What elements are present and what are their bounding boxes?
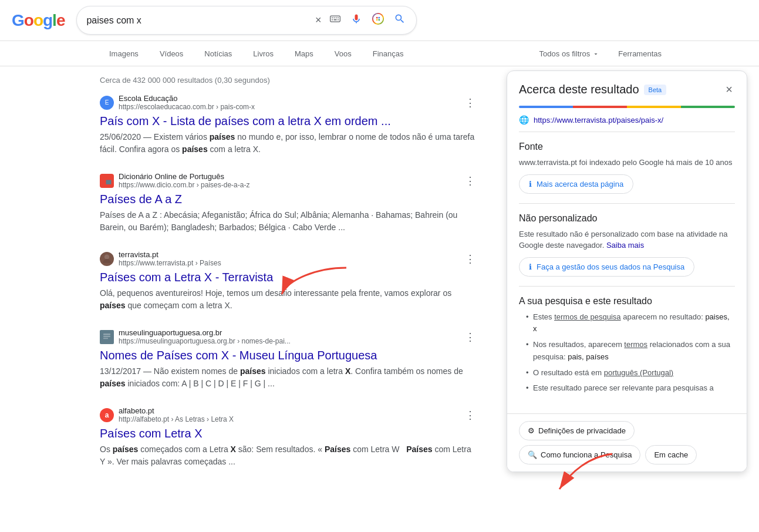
source-menu-icon[interactable]: ⋮ bbox=[465, 409, 475, 422]
panel-title: Acerca deste resultado bbox=[519, 83, 639, 96]
clear-button[interactable]: × bbox=[315, 14, 322, 26]
result-desc: Países de A a Z : Abecásia; Afeganistão;… bbox=[100, 209, 475, 234]
privacy-settings-button[interactable]: ⚙ Definições de privacidade bbox=[519, 421, 635, 440]
nao-personalizado-text: Este resultado não é personalizado com b… bbox=[519, 228, 735, 251]
source-url: https://museulinguaportuguesa.org.br › n… bbox=[119, 337, 291, 345]
source-info: Dicionário Online de Português https://w… bbox=[119, 172, 249, 189]
svg-rect-3 bbox=[336, 18, 337, 19]
svg-rect-18 bbox=[103, 336, 110, 337]
source-info: alfabeto.pt http://alfabeto.pt › As Letr… bbox=[119, 406, 234, 423]
svg-rect-4 bbox=[338, 18, 339, 19]
tab-books[interactable]: Livros bbox=[244, 43, 283, 66]
result-source: Dicionário Online de Português https://w… bbox=[100, 172, 475, 189]
source-menu-icon[interactable]: ⋮ bbox=[465, 331, 475, 344]
panel-header: Acerca deste resultado Beta × bbox=[507, 71, 747, 99]
privacy-label: Definições de privacidade bbox=[538, 426, 626, 435]
keyboard-icon[interactable] bbox=[328, 12, 342, 29]
source-menu-icon[interactable]: ⋮ bbox=[465, 96, 475, 109]
fonte-title: Fonte bbox=[519, 142, 735, 152]
result-title[interactable]: Nomes de Países com X - Museu Língua Por… bbox=[100, 348, 475, 363]
result-item: E Escola Educação https://escolaeducacao… bbox=[100, 94, 475, 156]
mais-acerca-button[interactable]: ℹ Mais acerca desta página bbox=[519, 174, 633, 194]
faca-gestao-button[interactable]: ℹ Faça a gestão dos seus dados na Pesqui… bbox=[519, 257, 694, 277]
cache-button[interactable]: Em cache bbox=[645, 445, 697, 464]
tab-images[interactable]: Imagens bbox=[100, 43, 148, 66]
tab-news[interactable]: Notícias bbox=[195, 43, 241, 66]
source-name: Dicionário Online de Português bbox=[119, 172, 249, 181]
source-name: terravista.pt bbox=[119, 250, 221, 259]
result-desc: Olá, pequenos aventureiros! Hoje, temos … bbox=[100, 287, 475, 312]
svg-point-10 bbox=[379, 17, 380, 19]
search-icon: 🔍 bbox=[528, 450, 537, 459]
termos-underline: termos bbox=[624, 340, 647, 349]
svg-rect-7 bbox=[338, 19, 339, 21]
svg-rect-5 bbox=[332, 19, 333, 21]
panel-footer: ⚙ Definições de privacidade 🔍 Como funci… bbox=[507, 413, 747, 472]
favicon-2 bbox=[100, 174, 114, 188]
portugues-underline: português (Portugal) bbox=[604, 368, 674, 377]
tab-videos[interactable]: Vídeos bbox=[150, 43, 193, 66]
results-count: Cerca de 432 000 000 resultados (0,30 se… bbox=[100, 76, 475, 85]
svg-rect-14 bbox=[106, 180, 112, 184]
google-logo[interactable]: Google bbox=[12, 11, 65, 30]
favicon-4 bbox=[100, 330, 114, 344]
panel-favicon-icon: 🌐 bbox=[519, 115, 529, 124]
svg-rect-17 bbox=[103, 334, 110, 335]
panel-body: 🌐 https://www.terravista.pt/paises/pais-… bbox=[507, 108, 747, 413]
svg-rect-1 bbox=[332, 18, 333, 19]
favicon-3 bbox=[100, 252, 114, 266]
search-tabs: Imagens Vídeos Notícias Livros Maps Voos… bbox=[0, 41, 759, 66]
svg-point-8 bbox=[373, 14, 383, 24]
svg-rect-2 bbox=[334, 18, 335, 19]
how-search-works-button[interactable]: 🔍 Como funciona a Pesquisa bbox=[519, 445, 640, 464]
result-title[interactable]: Países com Letra X bbox=[100, 426, 475, 441]
result-source: E Escola Educação https://escolaeducacao… bbox=[100, 94, 475, 111]
tab-tools[interactable]: Ferramentas bbox=[609, 43, 671, 66]
search-submit-icon[interactable] bbox=[393, 12, 407, 29]
svg-point-9 bbox=[376, 17, 378, 19]
saiba-mais-link[interactable]: Saiba mais bbox=[606, 241, 644, 250]
bullet-3: O resultado está em português (Portugal) bbox=[526, 367, 735, 379]
favicon-1: E bbox=[100, 96, 114, 110]
tab-flights[interactable]: Voos bbox=[325, 43, 361, 66]
info-icon-2: ℹ bbox=[529, 262, 532, 271]
source-menu-icon[interactable]: ⋮ bbox=[465, 252, 475, 265]
termos-pesquisa-underline: termos de pesquisa bbox=[554, 312, 620, 321]
svg-rect-0 bbox=[330, 16, 340, 22]
mic-icon[interactable] bbox=[349, 12, 363, 29]
panel-section-personalizado: Não personalizado Este resultado não é p… bbox=[519, 204, 735, 287]
panel-beta-badge: Beta bbox=[644, 85, 667, 95]
search-input[interactable] bbox=[86, 15, 309, 26]
svg-rect-19 bbox=[103, 338, 108, 339]
source-url: https://escolaeducacao.com.br › pais-com… bbox=[119, 103, 255, 111]
source-url: http://alfabeto.pt › As Letras › Letra X bbox=[119, 415, 234, 423]
lens-icon[interactable] bbox=[370, 11, 386, 29]
search-icons: × bbox=[315, 11, 407, 29]
panel-close-button[interactable]: × bbox=[723, 80, 735, 99]
panel-section-fonte: Fonte www.terravista.pt foi indexado pel… bbox=[519, 132, 735, 204]
bullet-1: Estes termos de pesquisa aparecem no res… bbox=[526, 311, 735, 336]
result-title[interactable]: País com X - Lista de países com a letra… bbox=[100, 113, 475, 129]
pesquisa-title: A sua pesquisa e este resultado bbox=[519, 296, 735, 307]
result-desc: 25/06/2020 — Existem vários países no mu… bbox=[100, 131, 475, 156]
tab-maps[interactable]: Maps bbox=[285, 43, 323, 66]
fonte-text: www.terravista.pt foi indexado pelo Goog… bbox=[519, 157, 735, 169]
source-info: terravista.pt https://www.terravista.pt … bbox=[119, 250, 221, 267]
search-bar: × bbox=[76, 6, 417, 35]
result-desc: 13/12/2017 — Não existem nomes de países… bbox=[100, 365, 475, 390]
result-source: museulinguaportuguesa.org.br https://mus… bbox=[100, 328, 475, 345]
results-area: Cerca de 432 000 000 resultados (0,30 se… bbox=[100, 76, 475, 484]
result-title[interactable]: Países de A a Z bbox=[100, 191, 475, 207]
info-icon: ℹ bbox=[529, 180, 532, 188]
all-filters-btn[interactable]: Todos os filtros bbox=[532, 45, 607, 65]
nao-personalizado-title: Não personalizado bbox=[519, 213, 735, 224]
source-menu-icon[interactable]: ⋮ bbox=[465, 174, 475, 187]
result-item-highlighted: terravista.pt https://www.terravista.pt … bbox=[100, 250, 475, 312]
tab-finance[interactable]: Finanças bbox=[363, 43, 413, 66]
source-name: museulinguaportuguesa.org.br bbox=[119, 328, 291, 337]
side-panel: Acerca deste resultado Beta × 🌐 https://… bbox=[507, 70, 747, 472]
result-title[interactable]: Países com a Letra X - Terravista bbox=[100, 270, 475, 285]
panel-url-link[interactable]: https://www.terravista.pt/paises/pais-x/ bbox=[534, 116, 663, 124]
result-desc: Os países começados com a Letra X são: S… bbox=[100, 443, 475, 468]
result-item: Dicionário Online de Português https://w… bbox=[100, 172, 475, 234]
